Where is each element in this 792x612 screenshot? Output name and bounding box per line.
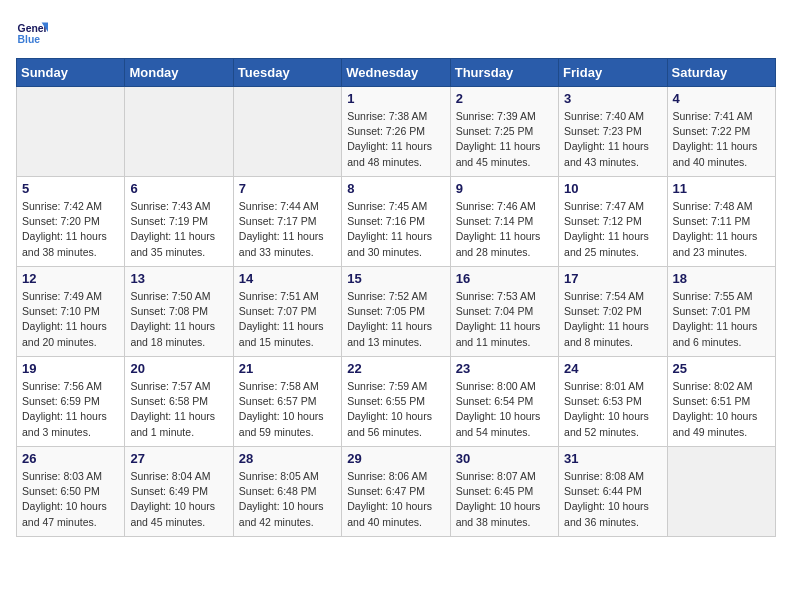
day-info: Sunrise: 7:56 AM Sunset: 6:59 PM Dayligh… <box>22 379 119 440</box>
day-info: Sunrise: 8:08 AM Sunset: 6:44 PM Dayligh… <box>564 469 661 530</box>
calendar-cell: 26Sunrise: 8:03 AM Sunset: 6:50 PM Dayli… <box>17 447 125 537</box>
day-info: Sunrise: 7:50 AM Sunset: 7:08 PM Dayligh… <box>130 289 227 350</box>
day-number: 5 <box>22 181 119 196</box>
calendar-week-5: 26Sunrise: 8:03 AM Sunset: 6:50 PM Dayli… <box>17 447 776 537</box>
calendar-cell: 27Sunrise: 8:04 AM Sunset: 6:49 PM Dayli… <box>125 447 233 537</box>
day-number: 6 <box>130 181 227 196</box>
calendar-cell: 9Sunrise: 7:46 AM Sunset: 7:14 PM Daylig… <box>450 177 558 267</box>
calendar-cell: 18Sunrise: 7:55 AM Sunset: 7:01 PM Dayli… <box>667 267 775 357</box>
calendar-cell: 4Sunrise: 7:41 AM Sunset: 7:22 PM Daylig… <box>667 87 775 177</box>
day-number: 15 <box>347 271 444 286</box>
day-number: 10 <box>564 181 661 196</box>
day-info: Sunrise: 8:04 AM Sunset: 6:49 PM Dayligh… <box>130 469 227 530</box>
calendar-cell: 22Sunrise: 7:59 AM Sunset: 6:55 PM Dayli… <box>342 357 450 447</box>
day-info: Sunrise: 7:54 AM Sunset: 7:02 PM Dayligh… <box>564 289 661 350</box>
day-info: Sunrise: 7:52 AM Sunset: 7:05 PM Dayligh… <box>347 289 444 350</box>
calendar-table: SundayMondayTuesdayWednesdayThursdayFrid… <box>16 58 776 537</box>
calendar-cell <box>125 87 233 177</box>
day-info: Sunrise: 8:06 AM Sunset: 6:47 PM Dayligh… <box>347 469 444 530</box>
weekday-header-tuesday: Tuesday <box>233 59 341 87</box>
day-number: 17 <box>564 271 661 286</box>
weekday-header-sunday: Sunday <box>17 59 125 87</box>
calendar-cell: 8Sunrise: 7:45 AM Sunset: 7:16 PM Daylig… <box>342 177 450 267</box>
day-info: Sunrise: 7:41 AM Sunset: 7:22 PM Dayligh… <box>673 109 770 170</box>
day-number: 11 <box>673 181 770 196</box>
calendar-week-3: 12Sunrise: 7:49 AM Sunset: 7:10 PM Dayli… <box>17 267 776 357</box>
day-number: 4 <box>673 91 770 106</box>
day-info: Sunrise: 8:07 AM Sunset: 6:45 PM Dayligh… <box>456 469 553 530</box>
calendar-cell: 7Sunrise: 7:44 AM Sunset: 7:17 PM Daylig… <box>233 177 341 267</box>
day-info: Sunrise: 7:44 AM Sunset: 7:17 PM Dayligh… <box>239 199 336 260</box>
day-number: 8 <box>347 181 444 196</box>
svg-text:Blue: Blue <box>18 34 41 45</box>
day-number: 24 <box>564 361 661 376</box>
page-header: General Blue <box>16 16 776 48</box>
calendar-cell: 24Sunrise: 8:01 AM Sunset: 6:53 PM Dayli… <box>559 357 667 447</box>
day-info: Sunrise: 7:57 AM Sunset: 6:58 PM Dayligh… <box>130 379 227 440</box>
day-info: Sunrise: 8:01 AM Sunset: 6:53 PM Dayligh… <box>564 379 661 440</box>
day-number: 3 <box>564 91 661 106</box>
calendar-cell: 15Sunrise: 7:52 AM Sunset: 7:05 PM Dayli… <box>342 267 450 357</box>
calendar-cell <box>233 87 341 177</box>
day-info: Sunrise: 7:47 AM Sunset: 7:12 PM Dayligh… <box>564 199 661 260</box>
calendar-cell: 1Sunrise: 7:38 AM Sunset: 7:26 PM Daylig… <box>342 87 450 177</box>
day-number: 16 <box>456 271 553 286</box>
day-number: 31 <box>564 451 661 466</box>
calendar-cell <box>667 447 775 537</box>
day-info: Sunrise: 8:00 AM Sunset: 6:54 PM Dayligh… <box>456 379 553 440</box>
weekday-header-thursday: Thursday <box>450 59 558 87</box>
calendar-week-1: 1Sunrise: 7:38 AM Sunset: 7:26 PM Daylig… <box>17 87 776 177</box>
calendar-cell: 10Sunrise: 7:47 AM Sunset: 7:12 PM Dayli… <box>559 177 667 267</box>
calendar-cell: 16Sunrise: 7:53 AM Sunset: 7:04 PM Dayli… <box>450 267 558 357</box>
logo: General Blue <box>16 16 52 48</box>
day-info: Sunrise: 7:46 AM Sunset: 7:14 PM Dayligh… <box>456 199 553 260</box>
day-info: Sunrise: 7:58 AM Sunset: 6:57 PM Dayligh… <box>239 379 336 440</box>
day-info: Sunrise: 7:59 AM Sunset: 6:55 PM Dayligh… <box>347 379 444 440</box>
calendar-cell: 25Sunrise: 8:02 AM Sunset: 6:51 PM Dayli… <box>667 357 775 447</box>
day-info: Sunrise: 7:43 AM Sunset: 7:19 PM Dayligh… <box>130 199 227 260</box>
day-number: 29 <box>347 451 444 466</box>
weekday-header-monday: Monday <box>125 59 233 87</box>
day-number: 14 <box>239 271 336 286</box>
calendar-cell: 11Sunrise: 7:48 AM Sunset: 7:11 PM Dayli… <box>667 177 775 267</box>
day-info: Sunrise: 7:38 AM Sunset: 7:26 PM Dayligh… <box>347 109 444 170</box>
weekday-header-wednesday: Wednesday <box>342 59 450 87</box>
day-info: Sunrise: 7:55 AM Sunset: 7:01 PM Dayligh… <box>673 289 770 350</box>
day-info: Sunrise: 7:40 AM Sunset: 7:23 PM Dayligh… <box>564 109 661 170</box>
day-number: 18 <box>673 271 770 286</box>
day-number: 30 <box>456 451 553 466</box>
weekday-header-row: SundayMondayTuesdayWednesdayThursdayFrid… <box>17 59 776 87</box>
day-info: Sunrise: 8:05 AM Sunset: 6:48 PM Dayligh… <box>239 469 336 530</box>
calendar-cell: 31Sunrise: 8:08 AM Sunset: 6:44 PM Dayli… <box>559 447 667 537</box>
day-number: 22 <box>347 361 444 376</box>
weekday-header-saturday: Saturday <box>667 59 775 87</box>
calendar-cell: 14Sunrise: 7:51 AM Sunset: 7:07 PM Dayli… <box>233 267 341 357</box>
calendar-cell: 3Sunrise: 7:40 AM Sunset: 7:23 PM Daylig… <box>559 87 667 177</box>
day-info: Sunrise: 7:51 AM Sunset: 7:07 PM Dayligh… <box>239 289 336 350</box>
day-number: 20 <box>130 361 227 376</box>
calendar-cell: 30Sunrise: 8:07 AM Sunset: 6:45 PM Dayli… <box>450 447 558 537</box>
day-number: 1 <box>347 91 444 106</box>
day-info: Sunrise: 7:48 AM Sunset: 7:11 PM Dayligh… <box>673 199 770 260</box>
day-info: Sunrise: 7:42 AM Sunset: 7:20 PM Dayligh… <box>22 199 119 260</box>
calendar-cell: 19Sunrise: 7:56 AM Sunset: 6:59 PM Dayli… <box>17 357 125 447</box>
calendar-cell: 28Sunrise: 8:05 AM Sunset: 6:48 PM Dayli… <box>233 447 341 537</box>
day-number: 19 <box>22 361 119 376</box>
day-number: 28 <box>239 451 336 466</box>
calendar-cell: 20Sunrise: 7:57 AM Sunset: 6:58 PM Dayli… <box>125 357 233 447</box>
calendar-cell: 6Sunrise: 7:43 AM Sunset: 7:19 PM Daylig… <box>125 177 233 267</box>
day-number: 23 <box>456 361 553 376</box>
day-info: Sunrise: 8:02 AM Sunset: 6:51 PM Dayligh… <box>673 379 770 440</box>
day-info: Sunrise: 7:39 AM Sunset: 7:25 PM Dayligh… <box>456 109 553 170</box>
day-number: 12 <box>22 271 119 286</box>
calendar-week-4: 19Sunrise: 7:56 AM Sunset: 6:59 PM Dayli… <box>17 357 776 447</box>
weekday-header-friday: Friday <box>559 59 667 87</box>
calendar-week-2: 5Sunrise: 7:42 AM Sunset: 7:20 PM Daylig… <box>17 177 776 267</box>
day-number: 9 <box>456 181 553 196</box>
day-info: Sunrise: 7:53 AM Sunset: 7:04 PM Dayligh… <box>456 289 553 350</box>
calendar-cell: 12Sunrise: 7:49 AM Sunset: 7:10 PM Dayli… <box>17 267 125 357</box>
day-number: 13 <box>130 271 227 286</box>
day-info: Sunrise: 8:03 AM Sunset: 6:50 PM Dayligh… <box>22 469 119 530</box>
calendar-cell: 2Sunrise: 7:39 AM Sunset: 7:25 PM Daylig… <box>450 87 558 177</box>
day-info: Sunrise: 7:49 AM Sunset: 7:10 PM Dayligh… <box>22 289 119 350</box>
